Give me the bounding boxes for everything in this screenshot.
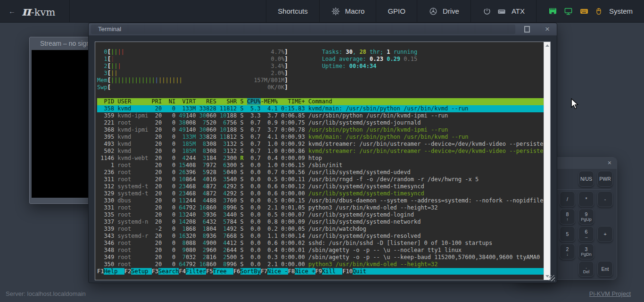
numpad-key-pwr[interactable]: PWR (597, 171, 613, 187)
key-label: - (604, 197, 606, 202)
server-hostname-label: Server: localhost.localdomain (6, 290, 86, 297)
main-menu: Shortcuts Macro GPIO Drive ATX System (266, 0, 644, 22)
numpad-key-[interactable]: .Del (578, 261, 594, 277)
key-sublabel: PgUp (581, 217, 592, 222)
menu-item-macro[interactable]: Macro (319, 0, 376, 22)
numpad-key-nus[interactable]: N/US (578, 171, 594, 187)
key-label: PWR (599, 176, 611, 182)
resize-handle[interactable] (549, 275, 555, 281)
key-label: . (586, 264, 587, 269)
numpad-key-[interactable]: / (560, 191, 575, 207)
htop-row: 236 root 20 0 26396 5928 5040 S 0.0 0.7 … (97, 169, 544, 176)
numpad-key-6[interactable]: 6→ (578, 226, 594, 242)
keyboard-icon (579, 7, 589, 16)
back-arrow-icon[interactable]: ← (8, 7, 16, 15)
terminal-scrollbar[interactable] (544, 42, 550, 280)
key-sublabel: ↓ (566, 252, 569, 257)
menu-label-gpio: GPIO (388, 7, 405, 15)
htop-line: Mem[||||||||||||||||||||| 157M/801M] (97, 77, 544, 84)
terminal-title: Terminal (98, 23, 121, 35)
htop-row: 311 root 20 0 10864 4016 3540 S 0.0 0.5 … (97, 176, 544, 183)
pikvm-project-link[interactable]: Pi-KVM Project (589, 290, 631, 297)
htop-row: 335 root 20 0 13240 3936 3440 S 0.0 0.5 … (97, 211, 544, 218)
numpad-key-2[interactable]: 2↓ (560, 243, 575, 260)
htop-line: 2[||| 3.4%] Uptime: 00:04:34 (97, 63, 544, 70)
htop-row: 337 systemd-n 20 0 14208 6432 5784 S 0.0… (97, 218, 544, 226)
menu-item-shortcuts[interactable]: Shortcuts (266, 0, 319, 22)
key-label: N/US (580, 176, 592, 182)
menu-item-gpio[interactable]: GPIO (376, 0, 417, 22)
key-label: / (567, 197, 568, 202)
mouse-icon (595, 7, 603, 16)
menu-item-drive[interactable]: Drive (417, 0, 471, 22)
htop-row: 339 root -2 0 1868 1804 1492 S 0.0 0.2 0… (97, 226, 544, 233)
gear-icon (331, 7, 340, 16)
numpad-key-[interactable]: + (597, 226, 613, 242)
htop-row: 502 kvmd 20 0 185M 8308 3132 S 0.7 1.0 0… (97, 148, 544, 155)
htop-row-selected: 358 kvmd 20 0 133M 33828 11812 S 5.3 4.1… (97, 105, 544, 112)
case-icon (496, 7, 507, 16)
stream-window-title: Stream – no signal (40, 40, 95, 47)
htop-row: 368 kvmd-ipmi 20 0 49140 30060 10188 S 0… (97, 126, 544, 134)
system-status-icons (548, 7, 603, 16)
numpad-key-8[interactable]: 8↑ (560, 209, 575, 225)
htop-row: 221 root 20 0 38008 7520 6756 S 0.7 0.9 … (97, 119, 544, 126)
key-label: 2 (566, 247, 569, 252)
numpad-key-ent[interactable]: Ent (597, 261, 613, 277)
key-label: 3 (585, 247, 588, 252)
logo-pi: π (22, 4, 31, 18)
maximize-button[interactable] (524, 26, 530, 33)
numpad-key-9[interactable]: 9PgUp (578, 209, 594, 225)
numpad-key-5[interactable]: 5 (560, 226, 575, 242)
menu-label-macro: Macro (345, 7, 365, 15)
scroll-up-icon[interactable] (545, 44, 549, 47)
menu-item-atx[interactable]: ATX (471, 0, 536, 22)
menu-item-system[interactable]: System (536, 0, 644, 22)
htop-table-header: PID USER PRI NI VIRT RES SHR S CPU%-MEM%… (97, 98, 544, 105)
key-label: 8 (566, 212, 569, 217)
mouse-cursor (570, 98, 580, 111)
logo-block: ← π-kvm (0, 0, 70, 22)
numpad-key-[interactable]: - (597, 191, 613, 207)
htop-row: 1 root 20 0 15408 7972 6300 S 0.0 1.0 0:… (97, 162, 544, 169)
htop-function-key-bar[interactable]: F1Help F2Setup F3SearchF4FilterF5Tree F6… (97, 268, 544, 275)
htop-row: 359 kvmd-ipmi 20 0 49140 30060 10188 S 3… (97, 112, 544, 119)
close-icon[interactable]: × (608, 159, 611, 167)
terminal-screen[interactable]: 0[|||| 4.7%] Tasks: 30, 28 thr; 1 runnin… (95, 42, 544, 280)
logo-rest: -kvm (31, 7, 56, 18)
monitor-icon (563, 7, 573, 16)
disc-icon (429, 7, 438, 16)
close-button[interactable]: × (545, 23, 550, 35)
power-icon (482, 7, 492, 16)
numpad-key-[interactable]: * (578, 191, 594, 207)
htop-row: 1146 kvmd-webt 20 0 4244 3184 2300 R 0.7… (97, 155, 544, 162)
key-sublabel: Del (583, 269, 590, 274)
htop-row: 331 root 20 0 64792 16860 8996 S 0.0 2.1… (97, 204, 544, 211)
htop-row: 395 kvmd 20 0 133M 33828 11812 S 0.7 4.1… (97, 134, 544, 141)
htop-row: 493 kvmd 20 0 185M 8308 3132 S 0.7 1.0 0… (97, 141, 544, 148)
htop-line: 0[|||| 4.7%] Tasks: 30, 28 thr; 1 runnin… (97, 49, 544, 56)
numpad-key-3[interactable]: 3PgDn (578, 243, 594, 260)
top-navigation-bar: ← π-kvm Shortcuts Macro GPIO Drive ATX (0, 0, 644, 23)
menu-label-atx: ATX (512, 7, 525, 15)
terminal-titlebar[interactable]: Terminal × (89, 23, 557, 35)
terminal-window: Terminal × 0[|||| 4.7%] Tasks: 30, 28 th… (88, 23, 557, 283)
key-sublabel: PgDn (581, 252, 592, 257)
key-sublabel: ↑ (566, 217, 569, 222)
pikvm-logo: π-kvm (22, 4, 55, 18)
htop-row: 330 dbus 20 0 11244 4488 3760 S 0.0 0.5 … (97, 197, 544, 204)
htop-row: 349 root 20 0 7032 2816 2500 S 0.0 0.3 0… (97, 254, 544, 261)
key-label: 5 (566, 232, 569, 237)
key-label: * (585, 197, 587, 202)
htop-row: 348 root 20 0 9080 2960 2644 S 0.0 0.4 0… (97, 247, 544, 254)
htop-row: 350 root 20 0 64792 16860 8996 S 0.0 2.1… (97, 261, 544, 268)
key-label: Ent (602, 267, 609, 272)
menu-label-system: System (609, 7, 633, 15)
htop-line: 3[|| 2.0%] (97, 70, 544, 77)
terminal-title-inset (91, 25, 515, 34)
htop-row: 346 root 20 0 8088 4900 4412 S 0.0 0.6 0… (97, 240, 544, 247)
key-label: 6 (585, 229, 588, 235)
htop-line: Swp[ 0K/0K] (97, 84, 544, 91)
key-label: + (603, 232, 606, 237)
htop-row: 329 systemd-t 20 0 23468 4872 4292 S 0.0… (97, 190, 544, 197)
